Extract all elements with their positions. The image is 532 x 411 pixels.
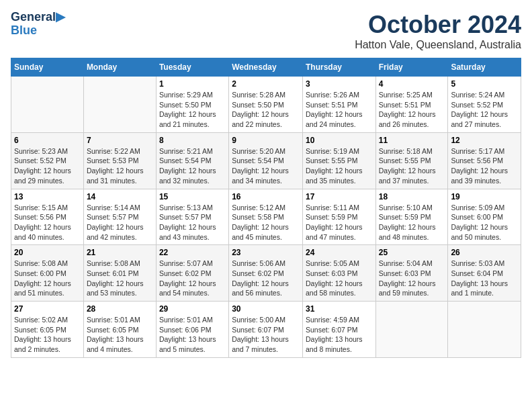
day-cell-3: 3Sunrise: 5:26 AMSunset: 5:51 PMDaylight… <box>302 77 375 133</box>
day-detail: Sunrise: 5:23 AMSunset: 5:52 PMDaylight:… <box>14 146 81 186</box>
day-detail: Sunrise: 5:04 AMSunset: 6:03 PMDaylight:… <box>379 259 445 298</box>
day-cell-12: 12Sunrise: 5:17 AMSunset: 5:56 PMDayligh… <box>448 132 521 189</box>
day-number: 28 <box>87 304 153 314</box>
day-detail: Sunrise: 5:22 AMSunset: 5:53 PMDaylight:… <box>87 146 153 186</box>
day-number: 24 <box>306 248 373 257</box>
logo-blue: Blue <box>11 24 37 37</box>
day-detail: Sunrise: 5:24 AMSunset: 5:52 PMDaylight:… <box>451 90 518 130</box>
day-detail: Sunrise: 5:08 AMSunset: 6:01 PMDaylight:… <box>87 259 153 298</box>
day-number: 16 <box>232 192 300 201</box>
day-cell-24: 24Sunrise: 5:05 AMSunset: 6:03 PMDayligh… <box>302 245 375 302</box>
logo-text: General▶ <box>11 11 65 24</box>
day-detail: Sunrise: 5:10 AMSunset: 5:59 PMDaylight:… <box>379 203 445 242</box>
empty-cell <box>83 77 156 133</box>
day-number: 3 <box>306 79 373 89</box>
day-number: 31 <box>306 304 373 314</box>
day-cell-1: 1Sunrise: 5:29 AMSunset: 5:50 PMDaylight… <box>156 77 228 133</box>
day-detail: Sunrise: 5:26 AMSunset: 5:51 PMDaylight:… <box>306 90 373 130</box>
day-number: 11 <box>379 136 445 145</box>
day-detail: Sunrise: 5:11 AMSunset: 5:59 PMDaylight:… <box>306 203 373 242</box>
day-cell-15: 15Sunrise: 5:13 AMSunset: 5:57 PMDayligh… <box>156 189 228 245</box>
calendar-table: SundayMondayTuesdayWednesdayThursdayFrid… <box>11 58 521 358</box>
col-header-saturday: Saturday <box>448 58 521 77</box>
day-detail: Sunrise: 5:18 AMSunset: 5:55 PMDaylight:… <box>379 146 445 186</box>
day-detail: Sunrise: 5:02 AMSunset: 6:05 PMDaylight:… <box>14 315 81 355</box>
day-cell-16: 16Sunrise: 5:12 AMSunset: 5:58 PMDayligh… <box>229 189 303 245</box>
day-cell-31: 31Sunrise: 4:59 AMSunset: 6:07 PMDayligh… <box>302 302 375 358</box>
day-detail: Sunrise: 5:15 AMSunset: 5:56 PMDaylight:… <box>14 203 81 242</box>
day-cell-19: 19Sunrise: 5:09 AMSunset: 6:00 PMDayligh… <box>448 189 521 245</box>
day-number: 4 <box>379 79 445 89</box>
day-detail: Sunrise: 5:00 AMSunset: 6:07 PMDaylight:… <box>232 315 300 355</box>
col-header-friday: Friday <box>375 58 448 77</box>
day-number: 5 <box>451 79 518 89</box>
day-detail: Sunrise: 5:01 AMSunset: 6:06 PMDaylight:… <box>159 315 226 355</box>
empty-cell <box>11 77 84 133</box>
day-number: 18 <box>379 192 445 201</box>
day-number: 23 <box>232 248 300 257</box>
empty-cell <box>375 302 448 358</box>
page-header: General▶ Blue October 2024 Hatton Vale, … <box>11 11 521 51</box>
day-cell-7: 7Sunrise: 5:22 AMSunset: 5:53 PMDaylight… <box>83 132 156 189</box>
day-detail: Sunrise: 5:08 AMSunset: 6:00 PMDaylight:… <box>14 259 81 298</box>
week-row-4: 20Sunrise: 5:08 AMSunset: 6:00 PMDayligh… <box>11 245 521 302</box>
day-cell-4: 4Sunrise: 5:25 AMSunset: 5:51 PMDaylight… <box>375 77 448 133</box>
day-number: 27 <box>14 304 81 314</box>
day-number: 21 <box>87 248 153 257</box>
day-detail: Sunrise: 5:03 AMSunset: 6:04 PMDaylight:… <box>451 259 518 298</box>
day-number: 30 <box>232 304 300 314</box>
day-number: 26 <box>451 248 518 257</box>
day-detail: Sunrise: 5:13 AMSunset: 5:57 PMDaylight:… <box>159 203 226 242</box>
day-detail: Sunrise: 5:28 AMSunset: 5:50 PMDaylight:… <box>232 90 300 130</box>
day-cell-5: 5Sunrise: 5:24 AMSunset: 5:52 PMDaylight… <box>448 77 521 133</box>
week-row-2: 6Sunrise: 5:23 AMSunset: 5:52 PMDaylight… <box>11 132 521 189</box>
day-number: 8 <box>159 136 226 145</box>
day-cell-17: 17Sunrise: 5:11 AMSunset: 5:59 PMDayligh… <box>302 189 375 245</box>
day-detail: Sunrise: 5:21 AMSunset: 5:54 PMDaylight:… <box>159 146 226 186</box>
day-number: 6 <box>14 136 81 145</box>
day-detail: Sunrise: 5:07 AMSunset: 6:02 PMDaylight:… <box>159 259 226 298</box>
day-detail: Sunrise: 5:06 AMSunset: 6:02 PMDaylight:… <box>232 259 300 298</box>
day-cell-2: 2Sunrise: 5:28 AMSunset: 5:50 PMDaylight… <box>229 77 303 133</box>
day-cell-26: 26Sunrise: 5:03 AMSunset: 6:04 PMDayligh… <box>448 245 521 302</box>
week-row-3: 13Sunrise: 5:15 AMSunset: 5:56 PMDayligh… <box>11 189 521 245</box>
day-detail: Sunrise: 5:01 AMSunset: 6:05 PMDaylight:… <box>87 315 153 355</box>
col-header-tuesday: Tuesday <box>156 58 228 77</box>
day-detail: Sunrise: 4:59 AMSunset: 6:07 PMDaylight:… <box>306 315 373 355</box>
day-number: 22 <box>159 248 226 257</box>
day-cell-25: 25Sunrise: 5:04 AMSunset: 6:03 PMDayligh… <box>375 245 448 302</box>
day-number: 13 <box>14 192 81 201</box>
day-detail: Sunrise: 5:25 AMSunset: 5:51 PMDaylight:… <box>379 90 445 130</box>
day-number: 17 <box>306 192 373 201</box>
day-cell-9: 9Sunrise: 5:20 AMSunset: 5:54 PMDaylight… <box>229 132 303 189</box>
day-cell-23: 23Sunrise: 5:06 AMSunset: 6:02 PMDayligh… <box>229 245 303 302</box>
day-cell-8: 8Sunrise: 5:21 AMSunset: 5:54 PMDaylight… <box>156 132 228 189</box>
day-cell-11: 11Sunrise: 5:18 AMSunset: 5:55 PMDayligh… <box>375 132 448 189</box>
title-block: October 2024 Hatton Vale, Queensland, Au… <box>355 11 521 51</box>
col-header-sunday: Sunday <box>11 58 84 77</box>
day-cell-18: 18Sunrise: 5:10 AMSunset: 5:59 PMDayligh… <box>375 189 448 245</box>
day-detail: Sunrise: 5:20 AMSunset: 5:54 PMDaylight:… <box>232 146 300 186</box>
day-number: 10 <box>306 136 373 145</box>
day-cell-28: 28Sunrise: 5:01 AMSunset: 6:05 PMDayligh… <box>83 302 156 358</box>
day-detail: Sunrise: 5:05 AMSunset: 6:03 PMDaylight:… <box>306 259 373 298</box>
day-number: 1 <box>159 79 226 89</box>
col-header-thursday: Thursday <box>302 58 375 77</box>
day-number: 7 <box>87 136 153 145</box>
col-header-monday: Monday <box>83 58 156 77</box>
day-cell-21: 21Sunrise: 5:08 AMSunset: 6:01 PMDayligh… <box>83 245 156 302</box>
day-number: 2 <box>232 79 300 89</box>
day-detail: Sunrise: 5:17 AMSunset: 5:56 PMDaylight:… <box>451 146 518 186</box>
day-number: 14 <box>87 192 153 201</box>
day-cell-10: 10Sunrise: 5:19 AMSunset: 5:55 PMDayligh… <box>302 132 375 189</box>
day-cell-20: 20Sunrise: 5:08 AMSunset: 6:00 PMDayligh… <box>11 245 84 302</box>
day-cell-13: 13Sunrise: 5:15 AMSunset: 5:56 PMDayligh… <box>11 189 84 245</box>
logo: General▶ Blue <box>11 11 65 38</box>
week-row-5: 27Sunrise: 5:02 AMSunset: 6:05 PMDayligh… <box>11 302 521 358</box>
day-number: 19 <box>451 192 518 201</box>
day-number: 15 <box>159 192 226 201</box>
day-cell-14: 14Sunrise: 5:14 AMSunset: 5:57 PMDayligh… <box>83 189 156 245</box>
day-number: 20 <box>14 248 81 257</box>
location-title: Hatton Vale, Queensland, Australia <box>355 39 521 51</box>
day-cell-22: 22Sunrise: 5:07 AMSunset: 6:02 PMDayligh… <box>156 245 228 302</box>
